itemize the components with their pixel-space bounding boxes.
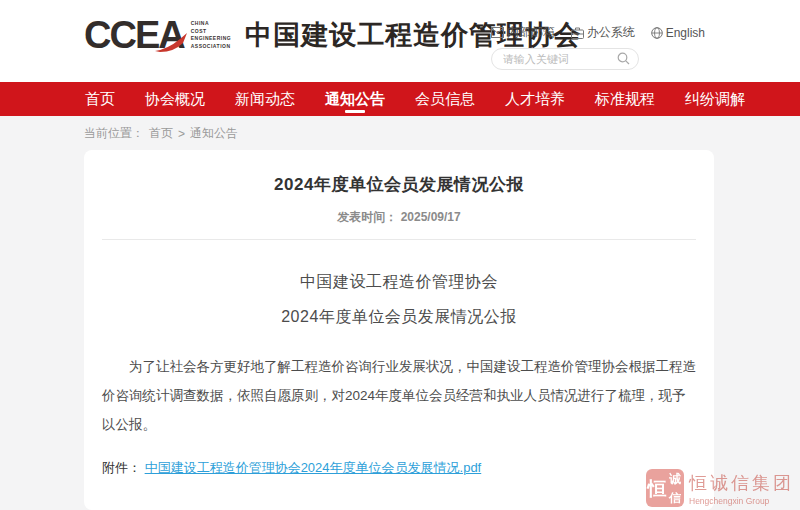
breadcrumb: 当前位置： 首页 > 通知公告	[0, 116, 800, 150]
breadcrumb-prefix: 当前位置：	[84, 125, 144, 142]
publish-date-label: 发表时间：	[337, 210, 397, 224]
article-title: 2024年度单位会员发展情况公报	[102, 150, 696, 196]
hengchengxin-seal-icon: 恒 诚 信	[646, 469, 684, 507]
nav-item-about[interactable]: 协会概况	[144, 82, 206, 116]
watermark-name-en: Hengchengxin Group	[689, 496, 794, 506]
ccea-logo-text: CCEA	[84, 16, 184, 54]
breadcrumb-home[interactable]: 首页	[149, 125, 173, 142]
nav-item-news[interactable]: 新闻动态	[234, 82, 296, 116]
watermark-name: 恒诚信集团	[689, 471, 794, 495]
publish-date-row: 发表时间： 2025/09/17	[102, 209, 696, 226]
breadcrumb-current[interactable]: 通知公告	[190, 125, 238, 142]
article-body-title-line: 2024年度单位会员发展情况公报	[102, 307, 696, 328]
article-paragraph: 为了让社会各方更好地了解工程造价咨询行业发展状况，中国建设工程造价管理协会根据工…	[102, 352, 696, 439]
office-system-link[interactable]: 办公系统	[571, 24, 635, 41]
nav-item-members[interactable]: 会员信息	[414, 82, 476, 116]
search-icon[interactable]	[617, 52, 630, 65]
publish-date-value: 2025/09/17	[401, 210, 461, 224]
site-header: CCEA CHINA COST ENGINEERING ASSOCIATION …	[0, 0, 800, 82]
logo-subtitle: CHINA COST ENGINEERING ASSOCIATION	[191, 20, 232, 50]
logo-swoosh-icon	[154, 33, 188, 53]
briefcase-icon	[571, 27, 584, 39]
globe-icon	[651, 27, 663, 39]
nav-item-standards[interactable]: 标准规程	[594, 82, 656, 116]
article-card: 2024年度单位会员发展情况公报 发表时间： 2025/09/17 中国建设工程…	[84, 150, 714, 510]
mail-icon	[491, 27, 504, 38]
attachment-label: 附件：	[102, 460, 141, 475]
breadcrumb-separator: >	[178, 127, 185, 141]
english-link[interactable]: English	[651, 26, 705, 40]
attachment-pdf-link[interactable]: 中国建设工程造价管理协会2024年度单位会员发展情况.pdf	[145, 460, 482, 475]
nav-item-home[interactable]: 首页	[84, 82, 116, 116]
nav-item-mediation[interactable]: 纠纷调解	[684, 82, 746, 116]
main-nav: 首页 协会概况 新闻动态 通知公告 会员信息 人才培养 标准规程 纠纷调解	[0, 82, 800, 116]
hengchengxin-watermark: 恒 诚 信 恒诚信集团 Hengchengxin Group	[646, 469, 794, 507]
article-body-org-line: 中国建设工程造价管理协会	[102, 272, 696, 293]
nav-item-training[interactable]: 人才培养	[504, 82, 566, 116]
header-search	[491, 48, 639, 70]
attachment-row: 附件： 中国建设工程造价管理协会2024年度单位会员发展情况.pdf	[102, 459, 696, 477]
title-divider	[102, 239, 696, 240]
header-quick-links: 内部邮箱 办公系统 English	[491, 24, 705, 41]
internal-mail-link[interactable]: 内部邮箱	[491, 24, 555, 41]
nav-item-notices[interactable]: 通知公告	[324, 82, 386, 116]
